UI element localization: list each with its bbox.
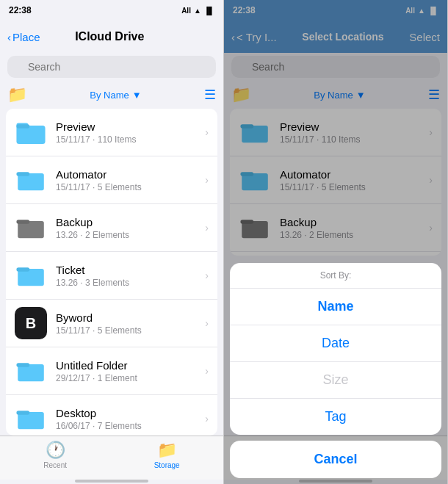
chevron-right-icon: › — [205, 317, 209, 329]
wifi-icon: ▲ — [194, 7, 201, 15]
file-meta: 15/11/17 · 110 Items — [56, 134, 205, 145]
sort-options-container: Sort By: Name Date Size Tag — [230, 263, 441, 435]
folder-icon — [15, 259, 47, 292]
file-name: Backup — [56, 216, 205, 228]
list-item[interactable]: Preview 15/11/17 · 110 Items › — [6, 109, 217, 156]
left-time: 22:38 — [9, 5, 32, 15]
sort-option-date[interactable]: Date — [230, 325, 441, 362]
file-meta: 15/11/17 · 5 Elements — [56, 182, 205, 192]
file-info: Automator 15/11/17 · 5 Elements — [56, 168, 205, 192]
folder-icon — [15, 212, 47, 244]
right-panel: 22:38 All ▲ ▐▌ ‹ < Try I... Select Locat… — [224, 0, 448, 484]
folder-icon — [15, 402, 47, 435]
left-list-view-icon[interactable]: ☰ — [204, 87, 216, 103]
file-info: Backup 13.26 · 2 Elements — [56, 216, 205, 240]
file-info: Desktop 16/06/17 · 7 Elements — [56, 407, 205, 431]
file-info: Untitled Folder 29/12/17 · 1 Element — [56, 359, 205, 383]
left-search-input[interactable] — [7, 56, 216, 78]
chevron-right-icon: › — [205, 222, 209, 234]
file-name: Desktop — [56, 407, 205, 419]
left-toolbar: 📁 By Name ▼ ☰ — [0, 81, 223, 109]
chevron-right-icon: › — [205, 365, 209, 377]
sort-cancel-button[interactable]: Cancel — [230, 441, 441, 478]
tab-recent-label: Recent — [43, 461, 67, 469]
left-sort-chevron: ▼ — [132, 90, 142, 101]
left-nav-title: ICloud Drive — [45, 30, 175, 43]
back-chevron-icon: ‹ — [7, 31, 11, 43]
file-meta: 13.26 · 2 Elements — [56, 230, 205, 240]
svg-rect-11 — [16, 363, 29, 366]
left-search-bar: 🔍 — [0, 53, 223, 81]
tab-storage-label: Storage — [154, 461, 180, 469]
left-tab-bar: 🕐 Recent 📁 Storage — [0, 436, 223, 480]
file-name: Ticket — [56, 264, 205, 276]
file-meta: 15/11/17 · 5 Elements — [56, 325, 205, 336]
list-item[interactable]: Automator 15/11/17 · 5 Elements › — [6, 156, 217, 204]
file-name: Preview — [56, 120, 205, 133]
svg-rect-5 — [16, 172, 29, 176]
sort-option-name[interactable]: Name — [230, 289, 441, 325]
tab-storage[interactable]: 📁 Storage — [154, 441, 180, 469]
left-home-indicator — [0, 480, 223, 484]
sort-sheet-title: Sort By: — [230, 263, 441, 289]
sort-action-sheet: Sort By: Name Date Size Tag Cancel — [224, 263, 447, 484]
left-file-list: Preview 15/11/17 · 110 Items › Automator… — [6, 109, 217, 436]
file-info: Preview 15/11/17 · 110 Items — [56, 120, 205, 145]
battery-icon: ▐▌ — [204, 7, 214, 15]
list-item[interactable]: Ticket 13.26 · 3 Elements › — [6, 252, 217, 300]
left-sort-button[interactable]: By Name ▼ — [90, 90, 141, 101]
file-name: Untitled Folder — [56, 359, 205, 372]
list-item[interactable]: Desktop 16/06/17 · 7 Elements › — [6, 395, 217, 436]
svg-rect-9 — [16, 267, 29, 271]
sort-option-size: Size — [230, 362, 441, 399]
folder-tab-icon: 📁 — [157, 441, 177, 460]
chevron-right-icon: › — [205, 174, 209, 186]
left-nav-bar: ‹ Place ICloud Drive — [0, 21, 223, 53]
app-icon: B — [15, 307, 47, 339]
sort-option-tag[interactable]: Tag — [230, 399, 441, 435]
new-folder-icon[interactable]: 📁 — [7, 85, 27, 104]
chevron-right-icon: › — [205, 413, 209, 425]
file-meta: 16/06/17 · 7 Elements — [56, 421, 205, 431]
folder-icon — [15, 355, 47, 387]
left-status-bar: 22:38 All ▲ ▐▌ — [0, 0, 223, 21]
signal-text: All — [181, 7, 191, 15]
file-meta: 29/12/17 · 1 Element — [56, 373, 205, 383]
list-item[interactable]: Untitled Folder 29/12/17 · 1 Element › — [6, 347, 217, 395]
folder-icon — [15, 116, 47, 148]
left-back-button[interactable]: ‹ Place — [7, 31, 40, 43]
list-item[interactable]: Backup 13.26 · 2 Elements › — [6, 204, 217, 252]
home-bar — [75, 480, 148, 483]
left-panel: 22:38 All ▲ ▐▌ ‹ Place ICloud Drive 🔍 📁 … — [0, 0, 224, 484]
folder-icon — [15, 164, 47, 196]
left-sort-label: By Name — [90, 90, 129, 101]
left-status-icons: All ▲ ▐▌ — [181, 7, 214, 15]
chevron-right-icon: › — [205, 270, 209, 281]
file-info: Byword 15/11/17 · 5 Elements — [56, 311, 205, 336]
svg-rect-7 — [16, 220, 29, 223]
svg-rect-3 — [16, 124, 29, 128]
file-meta: 13.26 · 3 Elements — [56, 278, 205, 288]
file-name: Automator — [56, 168, 205, 181]
clock-icon: 🕐 — [46, 441, 65, 460]
svg-rect-13 — [16, 411, 29, 414]
left-search-wrapper: 🔍 — [7, 56, 216, 78]
left-back-label: Place — [12, 31, 40, 43]
tab-recent[interactable]: 🕐 Recent — [43, 441, 67, 469]
list-item[interactable]: B Byword 15/11/17 · 5 Elements › — [6, 300, 217, 347]
file-info: Ticket 13.26 · 3 Elements — [56, 264, 205, 288]
file-name: Byword — [56, 311, 205, 324]
chevron-right-icon: › — [205, 126, 209, 138]
